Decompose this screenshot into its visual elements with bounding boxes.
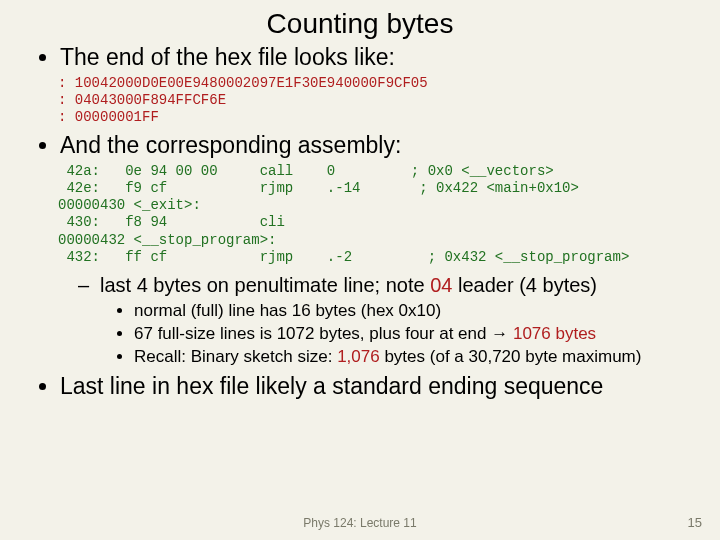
bullet-last-line: Last line in hex file likely a standard …: [60, 373, 696, 400]
bullet-hex-intro: The end of the hex file looks like:: [60, 44, 696, 71]
subbullet-leader: last 4 bytes on penultimate line; note 0…: [100, 274, 696, 297]
t2-pre: 67 full-size lines is 1072 bytes, plus f…: [134, 324, 513, 343]
t3-pre: Recall: Binary sketch size:: [134, 347, 337, 366]
subbullet-leader-pre: last 4 bytes on penultimate line; note: [100, 274, 430, 296]
subbullet-leader-post: leader (4 bytes): [452, 274, 597, 296]
page-number: 15: [688, 515, 702, 530]
asm-code-block: 42a: 0e 94 00 00 call 0 ; 0x0 <__vectors…: [0, 161, 720, 271]
footer-text: Phys 124: Lecture 11: [0, 516, 720, 530]
t3-post: bytes (of a 30,720 byte maximum): [380, 347, 642, 366]
third-bullet-normal-line: normal (full) line has 16 bytes (hex 0x1…: [134, 301, 696, 321]
slide-title: Counting bytes: [0, 0, 720, 44]
t3-red: 1,076: [337, 347, 380, 366]
third-bullet-recall: Recall: Binary sketch size: 1,076 bytes …: [134, 347, 696, 367]
bullet-asm-intro: And the corresponding assembly:: [60, 132, 696, 159]
third-bullet-1076: 67 full-size lines is 1072 bytes, plus f…: [134, 324, 696, 344]
t2-red: 1076 bytes: [513, 324, 596, 343]
hex-code-block: : 10042000D0E00E9480002097E1F30E940000F9…: [0, 73, 720, 132]
subbullet-leader-red: 04: [430, 274, 452, 296]
